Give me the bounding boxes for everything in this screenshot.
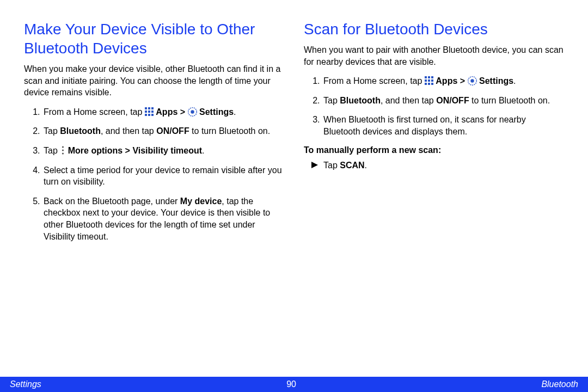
page-footer: Settings 90 Bluetooth [0,377,588,392]
manual-page: Make Your Device Visible to Other Blueto… [0,0,588,392]
svg-rect-17 [425,79,427,82]
svg-rect-21 [428,83,430,85]
right-step-1: From a Home screen, tap Apps > Settings. [322,75,564,87]
svg-rect-5 [151,111,154,113]
scan-text: Tap SCAN. [323,161,367,170]
step-text: Tap [44,146,60,155]
step-text: From a Home screen, tap [323,76,425,85]
right-column: Scan for Bluetooth Devices When you want… [304,20,564,371]
manual-scan-heading: To manually perform a new scan: [304,145,564,155]
scan-action-line: Tap SCAN. [304,161,564,170]
svg-rect-14 [425,76,427,78]
svg-point-12 [62,149,64,151]
left-step-1: From a Home screen, tap Apps > Settings. [42,106,284,118]
step-text: , and then tap [381,96,436,105]
scan-prefix: Tap [323,161,340,170]
right-heading: Scan for Bluetooth Devices [304,20,564,39]
svg-rect-16 [431,76,433,78]
footer-right: Bluetooth [541,379,578,389]
svg-rect-1 [148,107,150,109]
svg-rect-7 [148,114,150,116]
svg-rect-8 [151,114,154,116]
step-text: Back on the Bluetooth page, under [44,197,180,206]
left-step-5: Back on the Bluetooth page, under My dev… [42,195,284,242]
svg-rect-3 [145,111,147,113]
onoff-label: ON/OFF [436,96,469,105]
right-step-3: When Bluetooth is first turned on, it sc… [322,114,564,137]
svg-marker-25 [311,162,318,168]
more-options-icon [60,146,65,155]
footer-page-number: 90 [286,379,296,389]
svg-rect-2 [151,107,154,109]
svg-rect-6 [145,114,147,116]
step-text: Tap [323,96,340,105]
step-text: to turn Bluetooth on. [189,126,271,136]
svg-rect-18 [428,79,430,82]
content-columns: Make Your Device Visible to Other Blueto… [0,0,588,377]
settings-label: Settings [479,76,513,85]
settings-gear-icon [188,107,197,117]
footer-left: Settings [10,379,41,389]
scan-end: . [365,161,367,170]
apps-label: Apps > [436,76,467,85]
step-end: . [513,76,516,85]
left-column: Make Your Device Visible to Other Blueto… [24,20,284,371]
left-step-2: Tap Bluetooth, and then tap ON/OFF to tu… [42,125,284,137]
svg-rect-0 [145,107,147,109]
svg-rect-15 [428,76,430,78]
svg-rect-22 [431,83,433,85]
left-heading: Make Your Device Visible to Other Blueto… [24,20,284,58]
svg-point-24 [470,79,474,83]
more-options-label: More options > Visibility timeout [68,146,202,155]
scan-label: SCAN [340,161,364,170]
settings-label: Settings [199,107,234,117]
step-end: . [234,107,236,117]
my-device-label: My device [180,197,222,206]
step-text: From a Home screen, tap [44,107,145,117]
left-steps-list: From a Home screen, tap Apps > Settings.… [24,106,284,242]
left-step-3: Tap More options > Visibility timeout. [42,145,284,157]
svg-point-11 [62,146,64,148]
play-triangle-icon [311,162,319,169]
apps-grid-icon [425,76,433,85]
step-text: Tap [44,126,60,136]
svg-rect-19 [431,79,433,82]
right-step-2: Tap Bluetooth, and then tap ON/OFF to tu… [322,95,564,107]
apps-label: Apps > [156,107,187,117]
svg-point-10 [191,110,194,113]
step-end: . [202,146,204,155]
settings-gear-icon [468,76,477,85]
svg-rect-4 [148,111,150,113]
svg-rect-20 [425,83,427,85]
right-steps-list: From a Home screen, tap Apps > Settings.… [304,75,564,137]
svg-point-13 [62,152,64,154]
bluetooth-label: Bluetooth [60,126,101,136]
step-text: , and then tap [101,126,156,136]
left-intro: When you make your device visible, other… [24,63,284,99]
onoff-label: ON/OFF [156,126,189,136]
bluetooth-label: Bluetooth [340,96,381,105]
apps-grid-icon [145,107,154,116]
left-step-4: Select a time period for your device to … [42,164,284,188]
step-text: to turn Bluetooth on. [469,96,550,105]
right-intro: When you want to pair with another Bluet… [304,44,564,68]
